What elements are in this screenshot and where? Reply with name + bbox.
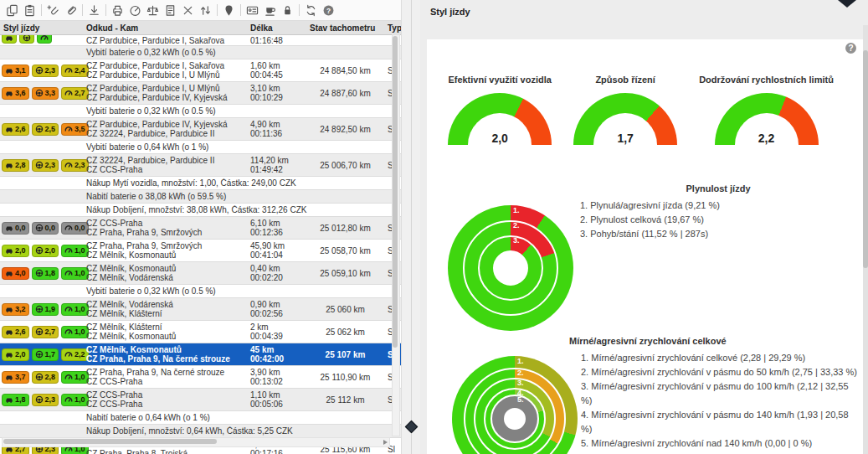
steering-wheel-icon bbox=[35, 395, 44, 404]
vehicle-usage-score-badge: 2,6 bbox=[2, 326, 29, 338]
panel-scrollbar[interactable] bbox=[863, 25, 868, 454]
trip-row[interactable]: 1,82,31,0CZ CCS-PrahaCZ CCS-Praha1,10 km… bbox=[0, 389, 401, 411]
trip-row[interactable]: CZ Pardubice, Pardubice I, Sakařova01:16… bbox=[0, 35, 401, 46]
section-item: 4. Mírné/agresivní zrychlování v pásmu d… bbox=[581, 408, 860, 436]
column-header-2[interactable]: Délka bbox=[247, 23, 306, 33]
driving-manner-score-badge: 1,7 bbox=[32, 348, 59, 361]
event-text: Vybití baterie o 0,64 kWh (o 1 %) bbox=[83, 142, 401, 152]
attach-add-toolbar-button[interactable] bbox=[44, 2, 62, 18]
trip-row[interactable]: 4,01,81,0CZ Mělník, KosmonautůCZ Mělník,… bbox=[0, 262, 401, 285]
event-text: Nákup Dobíjení, množství: 0,64 kWh, Část… bbox=[83, 426, 401, 436]
trip-distance: 114,20 km bbox=[250, 156, 306, 165]
transfer-arrows-toolbar-button[interactable] bbox=[197, 2, 214, 18]
trip-row[interactable]: 2,62,71,0CZ Mělník, KlášterníCZ Mělník, … bbox=[0, 321, 401, 343]
notes-toolbar-button[interactable] bbox=[162, 2, 179, 18]
sync-toolbar-button[interactable] bbox=[302, 2, 320, 18]
table-vertical-scrollbar[interactable] bbox=[392, 34, 400, 436]
event-row[interactable]: Vybití baterie o 0,32 kWh (o 0.5 %) bbox=[0, 46, 401, 59]
coffee-toolbar-button[interactable] bbox=[261, 2, 279, 18]
clipboard-toolbar-button[interactable] bbox=[21, 2, 39, 18]
event-text: Nabití baterie o 38,08 kWh (o 59.5 %) bbox=[83, 192, 401, 201]
vehicle-usage-score-badge: 2,0 bbox=[2, 245, 29, 257]
id-card-toolbar-button[interactable] bbox=[244, 2, 261, 18]
trip-row[interactable]: 0,00,00,0CZ CCS-PrahaCZ Praha, Praha 9, … bbox=[0, 217, 401, 240]
style-score-badges: 2,01,72,2 bbox=[0, 348, 83, 361]
column-header-0[interactable]: Styl jízdy bbox=[0, 23, 83, 33]
column-header-3[interactable]: Stav tachometru bbox=[306, 23, 384, 33]
panel-splitter[interactable] bbox=[401, 0, 422, 454]
scrollbar-thumb[interactable] bbox=[393, 36, 398, 348]
section-item: 2. Mírné/agresivní zrychlování v pásmu d… bbox=[581, 365, 860, 379]
trip-row[interactable]: 3,63,32,7CZ Pardubice, Pardubice I, U Ml… bbox=[0, 82, 401, 105]
event-row[interactable]: Vybití baterie o 0,32 kWh (o 0.5 %) bbox=[0, 285, 401, 298]
location-pin-toolbar-button[interactable] bbox=[220, 2, 238, 18]
steering-wheel-icon bbox=[35, 350, 44, 359]
event-row[interactable]: Nákup Dobíjení, množství: 0,64 kWh, Část… bbox=[0, 425, 401, 438]
style-score-badges: 3,12,32,4 bbox=[0, 64, 83, 77]
driving-manner-score-badge: 2,3 bbox=[32, 64, 59, 77]
print-toolbar-button[interactable] bbox=[109, 2, 126, 18]
event-row[interactable]: Vybití baterie o 0,32 kWh (o 0.5 %) bbox=[0, 105, 401, 118]
smoothness-donut-chart: 1.2.3. bbox=[448, 205, 573, 331]
speedometer-icon bbox=[64, 373, 73, 381]
trip-duration: 00:04:45 bbox=[250, 70, 306, 80]
trip-row[interactable]: 2,82,32,3CZ 32224, Pardubice, Pardubice … bbox=[0, 154, 401, 177]
trip-distance: 1,60 km bbox=[250, 61, 306, 70]
steering-wheel-icon bbox=[35, 89, 44, 97]
scrollbar-thumb[interactable] bbox=[863, 50, 868, 268]
splitter-handle-icon[interactable] bbox=[405, 420, 419, 434]
steering-wheel-icon bbox=[35, 328, 44, 336]
trip-duration: 00:12:36 bbox=[250, 228, 306, 237]
car-icon bbox=[5, 125, 13, 133]
scrollbar-thumb[interactable] bbox=[3, 439, 217, 444]
trips-panel: ? Styl jízdyOdkud - KamDélkaStav tachome… bbox=[0, 0, 401, 454]
style-score-badges: 1,82,31,0 bbox=[0, 394, 83, 406]
help-toolbar-button[interactable]: ? bbox=[320, 2, 337, 18]
trip-row[interactable]: 3,21,91,0CZ Mělník, VodárenskáCZ Mělník,… bbox=[0, 298, 401, 321]
ring-label: 1. bbox=[513, 206, 520, 214]
route-cell: CZ 32224, Pardubice, Pardubice IICZ CCS-… bbox=[83, 156, 247, 174]
trip-distance: 3,10 km bbox=[250, 84, 306, 93]
event-text: Vybití baterie o 0,32 kWh (o 0.5 %) bbox=[83, 286, 401, 296]
scroll-right-arrow-icon[interactable] bbox=[383, 440, 388, 445]
copy-icon bbox=[6, 4, 18, 17]
route-from: CZ Pardubice, Pardubice I, Sakařova bbox=[86, 61, 247, 70]
toolbar-separator bbox=[217, 4, 218, 16]
tachometer-toolbar-button[interactable] bbox=[126, 2, 144, 18]
event-row[interactable]: Nabití baterie o 38,08 kWh (o 59.5 %) bbox=[0, 190, 401, 204]
gauges-row: Efektivní využití vozidla2,0Způsob řízen… bbox=[427, 75, 855, 145]
trip-row[interactable]: 3,72,81,0CZ Praha, Praha 9, Na černé str… bbox=[0, 366, 401, 389]
speedometer-icon bbox=[64, 161, 73, 169]
collapse-arrow-icon[interactable] bbox=[838, 0, 856, 8]
steering-wheel-icon bbox=[35, 161, 44, 169]
column-header-4[interactable]: Typ bbox=[384, 23, 401, 33]
odometer-cell: 25 110,90 km bbox=[306, 373, 384, 382]
trip-row[interactable]: 3,12,32,4CZ Pardubice, Pardubice I, Saka… bbox=[0, 59, 401, 82]
event-row[interactable]: Nabití baterie o 0,64 kWh (o 1 %) bbox=[0, 411, 401, 425]
table-horizontal-scrollbar[interactable] bbox=[2, 437, 390, 447]
column-header-1[interactable]: Odkud - Kam bbox=[83, 23, 247, 33]
vehicle-usage-score-badge: 2,0 bbox=[2, 348, 29, 361]
route-from: CZ Praha, Praha 9, Na černé strouze bbox=[86, 368, 247, 377]
trip-row[interactable]: 2,01,72,2CZ Mělník, KosmonautůCZ Praha, … bbox=[0, 343, 401, 366]
driving-manner-score-badge: 2,3 bbox=[32, 159, 59, 172]
route-x-toolbar-button[interactable] bbox=[179, 2, 197, 18]
car-icon bbox=[5, 305, 13, 313]
scale-toolbar-button[interactable] bbox=[144, 2, 162, 18]
copy-toolbar-button[interactable] bbox=[3, 2, 21, 18]
lock-toolbar-button[interactable] bbox=[279, 2, 296, 18]
event-row[interactable]: Nákup Dobíjení, množství: 38,08 kWh, Čás… bbox=[0, 204, 401, 217]
event-row[interactable]: Vybití baterie o 0,64 kWh (o 1 %) bbox=[0, 141, 401, 154]
car-icon bbox=[5, 269, 13, 277]
length-cell: 01:16:48 bbox=[247, 36, 306, 45]
vehicle-usage-score-badge: 2,8 bbox=[2, 159, 29, 172]
event-row[interactable]: Nákup Mytí vozidla, množství: 1,00, Část… bbox=[0, 177, 401, 190]
trip-row[interactable]: 2,62,53,5CZ Pardubice, Pardubice IV, Kyj… bbox=[0, 118, 401, 141]
attach-toolbar-button[interactable] bbox=[62, 2, 80, 18]
vehicle-usage-score-badge: 3,7 bbox=[2, 371, 29, 384]
help-icon[interactable]: ? bbox=[845, 43, 856, 54]
trip-row[interactable]: 2,02,01,0CZ Praha, Praha 9, SmržovýchCZ … bbox=[0, 240, 401, 262]
download-toolbar-button[interactable] bbox=[85, 2, 103, 18]
route-cell: CZ Pardubice, Pardubice IV, KyjevskáCZ 3… bbox=[83, 120, 247, 138]
speedometer-icon bbox=[64, 89, 73, 97]
